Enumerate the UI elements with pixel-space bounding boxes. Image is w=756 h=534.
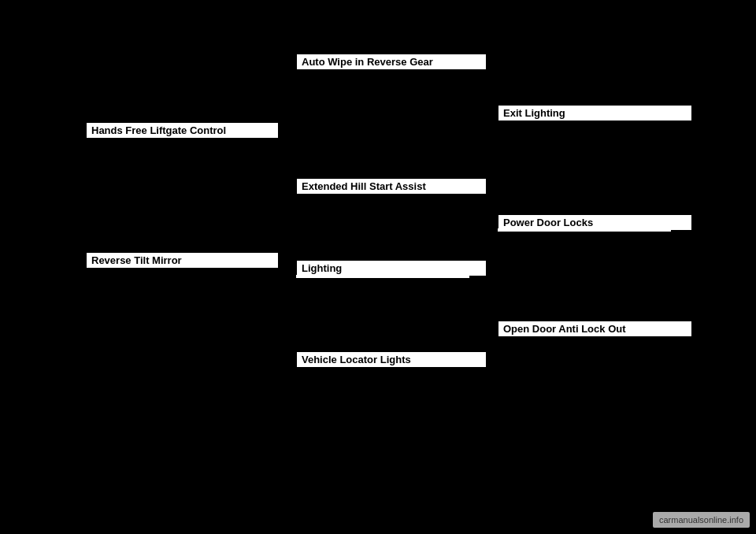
label-hands-free-liftgate-control: Hands Free Liftgate Control bbox=[86, 122, 279, 139]
label-auto-wipe-reverse-gear: Auto Wipe in Reverse Gear bbox=[296, 54, 487, 70]
page-background: Auto Wipe in Reverse Gear Exit Lighting … bbox=[0, 0, 756, 534]
body-text-lighting bbox=[296, 275, 469, 278]
label-lighting: Lighting bbox=[296, 260, 487, 276]
label-reverse-tilt-mirror: Reverse Tilt Mirror bbox=[86, 252, 279, 269]
label-extended-hill-start-assist: Extended Hill Start Assist bbox=[296, 178, 487, 195]
body-text-power-door-locks bbox=[498, 228, 671, 232]
label-exit-lighting: Exit Lighting bbox=[498, 105, 692, 121]
watermark: carmanualsonline.info bbox=[653, 512, 750, 528]
label-vehicle-locator-lights: Vehicle Locator Lights bbox=[296, 351, 487, 368]
label-open-door-anti-lock-out: Open Door Anti Lock Out bbox=[498, 321, 692, 337]
